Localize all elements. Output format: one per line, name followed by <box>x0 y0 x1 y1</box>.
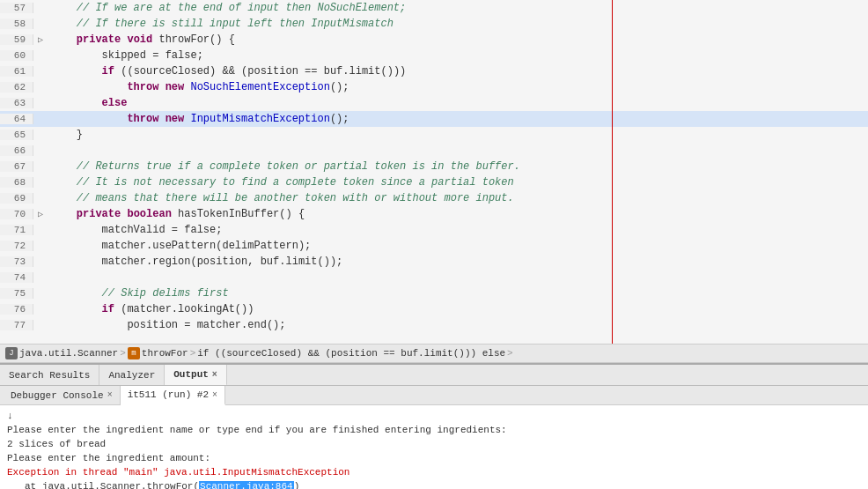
tab-search-results-label: Search Results <box>9 370 90 381</box>
breadcrumb-icon-method: m <box>128 347 140 359</box>
line-number-66: 66 <box>0 145 33 156</box>
code-line-57: 57 // If we are at the end of input then… <box>0 0 868 16</box>
line-content-63: else <box>48 97 868 109</box>
code-line-66: 66 <box>0 143 868 159</box>
line-number-71: 71 <box>0 225 33 235</box>
breadcrumb-condition: if ((sourceClosed) && (position == buf.l… <box>197 348 505 359</box>
tab-analyzer[interactable]: Analyzer <box>99 365 165 386</box>
console-line-3: Please enter the ingredient amount: <box>7 451 861 465</box>
console-tab-debugger[interactable]: Debugger Console × <box>4 386 121 405</box>
line-number-72: 72 <box>0 241 33 251</box>
line-number-75: 75 <box>0 288 33 299</box>
code-line-63: 63 else <box>0 95 868 111</box>
line-number-58: 58 <box>0 19 33 29</box>
line-number-73: 73 <box>0 256 33 267</box>
line-content-62: throw new NoSuchElementException(); <box>48 81 868 93</box>
breadcrumb-sep-3: > <box>507 348 513 359</box>
line-number-68: 68 <box>0 177 33 188</box>
code-line-67: 67 // Returns true if a complete token o… <box>0 159 868 174</box>
line-content-72: matcher.usePattern(delimPattern); <box>48 240 868 252</box>
console-line-2: 2 slices of bread <box>7 437 861 451</box>
code-line-68: 68 // It is not necessary to find a comp… <box>0 174 868 190</box>
code-line-74: 74 <box>0 270 868 285</box>
breadcrumb-sep-2: > <box>190 348 196 359</box>
line-content-67: // Returns true if a complete token or p… <box>48 160 868 173</box>
console-tab-bar: Debugger Console × it511 (run) #2 × <box>0 386 868 405</box>
code-line-60: 60 skipped = false; <box>0 48 868 63</box>
code-line-76: 76 if (matcher.lookingAt()) <box>0 301 868 317</box>
line-number-64: 64 <box>0 114 33 124</box>
console-expand-arrow: ↓ <box>7 411 13 421</box>
breadcrumb-scanner[interactable]: java.util.Scanner <box>19 348 118 359</box>
console-tab-debugger-close[interactable]: × <box>107 390 113 400</box>
breadcrumb-method[interactable]: throwFor <box>142 348 188 359</box>
console-tab-run[interactable]: it511 (run) #2 × <box>121 386 225 405</box>
line-content-71: matchValid = false; <box>48 224 868 236</box>
line-number-59: 59 <box>0 34 33 45</box>
code-line-58: 58 // If there is still input left then … <box>0 16 868 32</box>
tab-search-results[interactable]: Search Results <box>0 365 99 386</box>
bottom-tab-bar: Search Results Analyzer Output × <box>0 365 868 386</box>
code-line-64: 64 throw new InputMismatchException(); <box>0 111 868 127</box>
line-number-60: 60 <box>0 50 33 61</box>
tab-output-label: Output <box>173 369 209 380</box>
line-content-77: position = matcher.end(); <box>48 319 868 331</box>
code-line-70: 70▷ private boolean hasTokenInBuffer() { <box>0 206 868 222</box>
code-line-61: 61 if ((sourceClosed) && (position == bu… <box>0 63 868 79</box>
line-number-67: 67 <box>0 161 33 172</box>
tab-output[interactable]: Output × <box>165 365 227 386</box>
line-content-65: } <box>48 129 868 141</box>
line-content-68: // It is not necessary to find a complet… <box>48 176 868 189</box>
line-content-61: if ((sourceClosed) && (position == buf.l… <box>48 65 868 78</box>
line-number-62: 62 <box>0 82 33 93</box>
code-line-62: 62 throw new NoSuchElementException(); <box>0 79 868 95</box>
code-line-75: 75 // Skip delims first <box>0 285 868 301</box>
line-number-76: 76 <box>0 304 33 315</box>
line-number-57: 57 <box>0 3 33 13</box>
line-content-58: // If there is still input left then Inp… <box>48 18 868 30</box>
stacktrace-link-1[interactable]: Scanner.java:864 <box>199 481 294 489</box>
line-number-69: 69 <box>0 193 33 204</box>
line-number-77: 77 <box>0 320 33 330</box>
line-number-61: 61 <box>0 66 33 77</box>
console-tab-run-close[interactable]: × <box>212 390 217 400</box>
tab-output-close[interactable]: × <box>212 370 217 380</box>
console-arrow-line: ↓ <box>7 409 861 423</box>
line-content-59: private void throwFor() { <box>48 33 868 46</box>
line-number-63: 63 <box>0 98 33 108</box>
breadcrumb-icon-scanner: J <box>5 347 18 359</box>
code-line-65: 65 } <box>0 127 868 143</box>
console-content: ↓ Please enter the ingredient name or ty… <box>0 405 868 489</box>
console-tab-run-label: it511 (run) #2 <box>128 389 209 400</box>
code-line-72: 72 matcher.usePattern(delimPattern); <box>0 238 868 254</box>
tab-analyzer-label: Analyzer <box>108 370 155 381</box>
line-gutter-70[interactable]: ▷ <box>33 209 48 219</box>
code-line-77: 77 position = matcher.end(); <box>0 317 868 333</box>
line-content-64: throw new InputMismatchException(); <box>48 113 868 125</box>
line-content-57: // If we are at the end of input then No… <box>48 2 868 14</box>
console-line-1: Please enter the ingredient name or type… <box>7 423 861 437</box>
console-panel: Debugger Console × it511 (run) #2 × ↓ Pl… <box>0 386 868 489</box>
code-line-69: 69 // means that there will be another t… <box>0 190 868 206</box>
line-number-65: 65 <box>0 130 33 140</box>
console-line-exception: Exception in thread "main" java.util.Inp… <box>7 465 861 479</box>
line-content-75: // Skip delims first <box>48 287 868 300</box>
breadcrumb-sep-1: > <box>120 348 126 359</box>
code-lines: 57 // If we are at the end of input then… <box>0 0 868 344</box>
line-number-74: 74 <box>0 272 33 283</box>
code-line-59: 59▷ private void throwFor() { <box>0 32 868 48</box>
line-content-70: private boolean hasTokenInBuffer() { <box>48 208 868 220</box>
line-gutter-59[interactable]: ▷ <box>33 34 48 45</box>
line-number-70: 70 <box>0 209 33 219</box>
bottom-panel: Search Results Analyzer Output × Debugge… <box>0 363 868 489</box>
code-editor: 57 // If we are at the end of input then… <box>0 0 868 344</box>
code-line-71: 71 matchValid = false; <box>0 222 868 238</box>
line-content-69: // means that there will be another toke… <box>48 192 868 204</box>
console-line-stacktrace-1: at java.util.Scanner.throwFor(Scanner.ja… <box>7 479 861 489</box>
line-content-76: if (matcher.lookingAt()) <box>48 303 868 315</box>
breadcrumb-bar: J java.util.Scanner > m throwFor > if ((… <box>0 344 868 363</box>
console-tab-debugger-label: Debugger Console <box>11 390 104 401</box>
code-line-73: 73 matcher.region(position, buf.limit())… <box>0 254 868 270</box>
line-content-73: matcher.region(position, buf.limit()); <box>48 256 868 268</box>
line-content-60: skipped = false; <box>48 49 868 62</box>
